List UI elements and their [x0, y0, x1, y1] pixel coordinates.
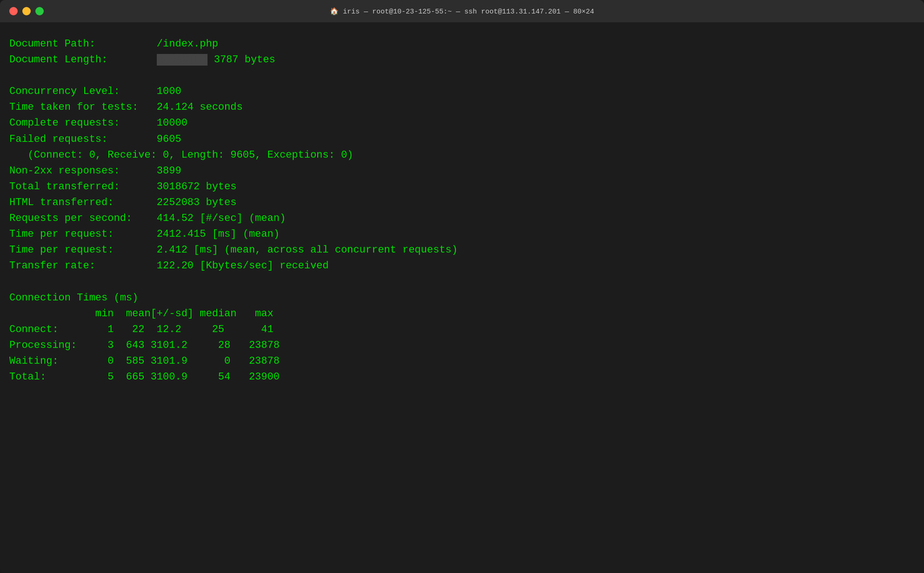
transfer-rate-line: Transfer rate: 122.20 [Kbytes/sec] recei… — [9, 258, 915, 274]
failed-requests-line: Failed requests: 9605 — [9, 132, 915, 147]
titlebar: 🏠 iris — root@10-23-125-55:~ — ssh root@… — [0, 0, 924, 22]
non-2xx-line: Non-2xx responses: 3899 — [9, 163, 915, 179]
minimize-button[interactable] — [22, 7, 31, 15]
traffic-lights — [9, 7, 44, 15]
concurrency-line: Concurrency Level: 1000 — [9, 84, 915, 100]
terminal-content: Document Path: /index.php Document Lengt… — [0, 22, 924, 573]
close-button[interactable] — [9, 7, 18, 15]
doc-path-line: Document Path: /index.php — [9, 36, 915, 52]
maximize-button[interactable] — [35, 7, 44, 15]
time-per-request-1-line: Time per request: 2412.415 [ms] (mean) — [9, 227, 915, 242]
redacted-block: REDACTED — [157, 54, 208, 66]
ct-connect-line: Connect: 1 22 12.2 25 41 — [9, 322, 915, 338]
requests-per-second-line: Requests per second: 414.52 [#/sec] (mea… — [9, 211, 915, 227]
ct-waiting-line: Waiting: 0 585 3101.9 0 23878 — [9, 353, 915, 369]
complete-requests-line: Complete requests: 10000 — [9, 115, 915, 131]
html-transferred-line: HTML transferred: 2252083 bytes — [9, 195, 915, 211]
ct-column-headers: min mean[+/-sd] median max — [9, 306, 915, 322]
total-transferred-line: Total transferred: 3018672 bytes — [9, 179, 915, 195]
doc-length-line: Document Length: REDACTED 3787 bytes — [9, 52, 915, 68]
home-icon: 🏠 — [330, 8, 343, 16]
ct-processing-line: Processing: 3 643 3101.2 28 23878 — [9, 338, 915, 353]
connection-times-header: Connection Times (ms) — [9, 290, 915, 306]
time-per-request-2-line: Time per request: 2.412 [ms] (mean, acro… — [9, 242, 915, 258]
time-taken-line: Time taken for tests: 24.124 seconds — [9, 100, 915, 115]
ct-total-line: Total: 5 665 3100.9 54 23900 — [9, 369, 915, 385]
connect-breakdown-line: (Connect: 0, Receive: 0, Length: 9605, E… — [9, 147, 915, 163]
blank-line-1 — [9, 68, 915, 84]
window-title: 🏠 iris — root@10-23-125-55:~ — ssh root@… — [330, 7, 594, 16]
blank-line-2 — [9, 274, 915, 290]
terminal-window: 🏠 iris — root@10-23-125-55:~ — ssh root@… — [0, 0, 924, 573]
